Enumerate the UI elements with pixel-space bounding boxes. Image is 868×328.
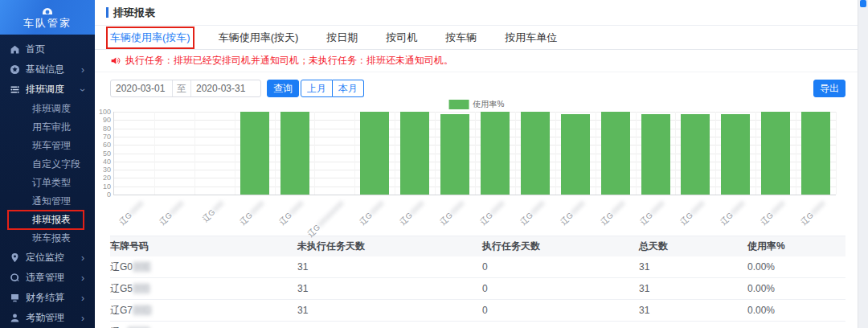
sidebar-item-财务结算[interactable]: 财务结算› [0,288,95,308]
page-title: 排班报表 [113,6,155,20]
vertical-gridline [354,112,355,195]
bar-7[interactable] [360,112,389,195]
bar-11[interactable] [521,112,550,195]
chevron-right-icon: › [79,273,87,284]
bar-15[interactable] [681,114,710,195]
plate-cell[interactable]: 辽G000E [110,260,297,274]
bar-16[interactable] [721,114,750,195]
sidebar-item-定位监控[interactable]: 定位监控› [0,248,95,268]
bar-5[interactable] [280,112,309,195]
y-axis-tick: 10 [103,182,111,191]
tab-按用车单位[interactable]: 按用车单位 [505,31,557,45]
tab-按司机[interactable]: 按司机 [386,31,417,45]
chevron-right-icon: › [79,313,87,324]
fleet-logo-icon [39,6,55,14]
usage-table: 车牌号码未执行任务天数执行任务天数总天数使用率% 辽G000E310310.00… [110,236,845,328]
tab-车辆使用率(按天)[interactable]: 车辆使用率(按天) [219,31,299,45]
bar-17[interactable] [761,112,790,195]
this-month-button[interactable]: 本月 [333,80,364,97]
sidebar-item-label: 考勤管理 [26,311,79,325]
vertical-gridline [596,112,596,195]
chart-plot-area: 0102030405060708090100辽G0000辽G0000辽G000辽… [113,112,836,195]
bar-10[interactable] [481,112,510,195]
tab-按日期[interactable]: 按日期 [326,31,358,45]
sidebar-item-label: 违章管理 [26,271,79,285]
sidebar-subitem-排班调度[interactable]: 排班调度 [0,100,95,118]
sidebar-subitem-排班报表[interactable]: 排班报表 [0,211,95,229]
date-range-separator: 至 [172,80,191,96]
violation-icon [10,273,20,283]
plate-cell[interactable]: 辽G5000 [110,282,297,296]
table-header-row: 车牌号码未执行任务天数执行任务天数总天数使用率% [110,236,845,256]
speaker-icon [110,55,121,66]
y-axis-tick: 40 [103,158,111,166]
vertical-gridline [675,112,676,195]
sidebar-subitem-订单类型[interactable]: 订单类型 [0,174,95,192]
x-axis-label: 辽G000 [201,199,227,224]
usage-cell: 0.00% [747,261,845,273]
sidebar-item-label: 定位监控 [26,251,79,264]
sidebar-item-首页[interactable]: 首页 [0,39,95,59]
vertical-gridline [435,112,436,195]
total-days-cell: 31 [639,261,747,273]
x-axis-label: 辽G0000 [278,199,307,228]
sidebar-subitem-班车报表[interactable]: 班车报表 [0,229,95,248]
no-task-days-cell: 31 [297,261,482,273]
export-button[interactable]: 导出 [813,80,845,97]
table-body: 辽G000E310310.00%辽G5000310310.00%辽G700D31… [110,256,845,328]
vertical-gridline [194,112,195,195]
date-from-input[interactable] [111,80,172,96]
sidebar-subitem-自定义字段[interactable]: 自定义字段 [0,155,95,174]
column-header-使用率%: 使用率% [747,240,845,253]
scrollbar-thumb[interactable] [860,0,866,7]
bar-13[interactable] [601,112,630,195]
bar-9[interactable] [440,114,469,195]
bar-12[interactable] [561,114,590,195]
y-axis-tick: 100 [99,108,111,116]
bar-14[interactable] [641,114,670,195]
tab-车辆使用率(按车)[interactable]: 车辆使用率(按车) [110,31,190,45]
bar-4[interactable] [240,112,269,195]
sidebar-item-label: 排班调度 [26,83,79,96]
sidebar-item-label: 首页 [26,43,87,56]
table-row: 辽G000E310310.00% [110,256,845,278]
x-axis-label: 辽G0000 [799,199,828,228]
sidebar-subitem-班车管理[interactable]: 班车管理 [0,137,95,155]
tab-按车辆[interactable]: 按车辆 [445,31,477,45]
plate-cell[interactable]: 辽G0000 [110,326,297,328]
finance-icon [10,293,20,303]
y-axis-tick: 20 [103,174,111,182]
vertical-gridline [715,112,716,195]
x-axis-label: 辽G0000 [678,199,707,228]
sidebar-nav: 首页基础信息›排班调度›排班调度用车审批班车管理自定义字段订单类型通知管理排班报… [0,35,95,328]
usage-cell: 0.00% [747,305,845,316]
x-axis-label: 辽G0000 [117,199,146,228]
sidebar-item-考勤管理[interactable]: 考勤管理› [0,308,95,328]
table-row: 辽G5000310310.00% [110,278,845,300]
sidebar-item-基础信息[interactable]: 基础信息› [0,59,95,80]
prev-month-button[interactable]: 上月 [301,80,333,97]
x-axis-label: 辽G0000 [438,199,467,228]
usage-bar-chart: 使用率% 0102030405060708090100辽G0000辽G0000辽… [95,99,858,228]
sidebar-item-违章管理[interactable]: 违章管理› [0,268,95,288]
chart-legend[interactable]: 使用率% [449,99,505,110]
location-icon [10,252,20,263]
sidebar-item-排班调度[interactable]: 排班调度› [0,80,95,100]
app-logo: 车队管家 [0,0,95,35]
y-axis-tick: 50 [103,150,111,158]
date-to-input[interactable] [191,80,260,96]
sidebar-subitem-用车审批[interactable]: 用车审批 [0,118,95,137]
bar-8[interactable] [400,112,429,195]
x-axis-label: 辽G0000 [238,199,267,228]
sidebar-subitem-通知管理[interactable]: 通知管理 [0,192,95,211]
bar-18[interactable] [801,112,830,195]
plate-cell[interactable]: 辽G700D [110,304,297,318]
title-accent-bar [106,7,108,18]
y-axis-tick: 80 [103,125,111,133]
vertical-gridline [235,112,235,195]
vertical-gridline [395,112,395,195]
vertical-gridline [796,112,796,195]
vertical-scrollbar[interactable] [858,0,868,328]
query-button[interactable]: 查询 [267,80,299,97]
legend-label: 使用率% [473,99,505,110]
